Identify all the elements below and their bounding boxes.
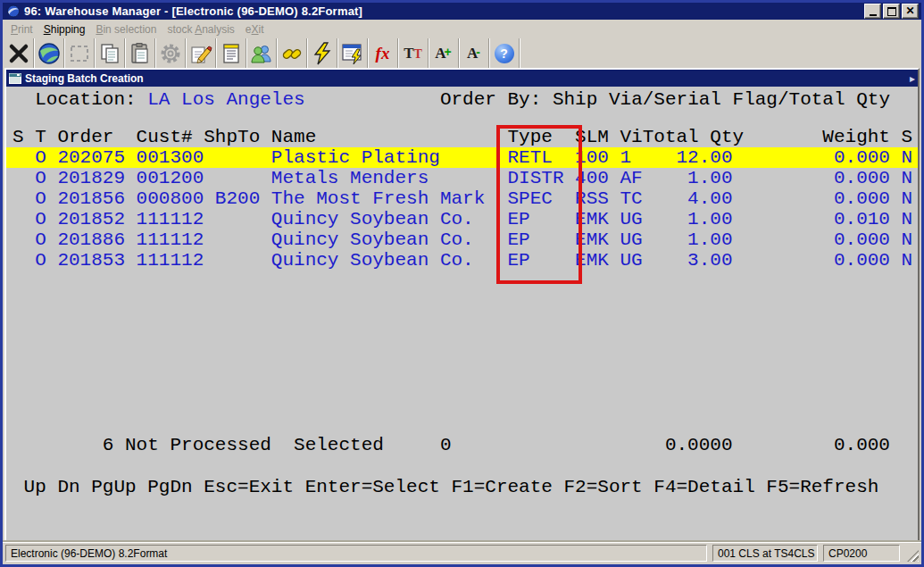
copy-icon (98, 42, 121, 65)
pencil-icon (189, 42, 212, 65)
app-window: 96: Warehouse Manager - [Electronic (96-… (0, 0, 924, 567)
child-title-bar: Staging Batch Creation ▸ (6, 70, 918, 87)
table-row[interactable]: O 201852 111112 Quincy Soybean Co. EP EM… (6, 209, 918, 229)
text-format-icon: TT (404, 45, 422, 63)
menu-item-stock-analysis[interactable]: stock Analysis (162, 21, 239, 38)
table-header: S T Order Cust# ShpTo Name Type SLM ViTo… (6, 127, 918, 147)
child-window-icon (9, 73, 21, 84)
child-window-title: Staging Batch Creation (25, 72, 910, 85)
globe-icon (37, 42, 61, 65)
order-by-label: Order By: Ship Via/Serial Flag/Total Qty (305, 89, 890, 110)
menu-item-bin-selection[interactable]: Bin selection (90, 21, 162, 38)
status-code: CP0200 (823, 545, 900, 562)
menu-bar: Print Shipping Bin selection stock Analy… (3, 20, 921, 38)
mdi-client-area: Staging Batch Creation ▸ Location: LA Lo… (3, 68, 921, 542)
toolbar-font-increase-button[interactable]: A+ (429, 38, 459, 68)
fx-icon: fx (376, 44, 390, 63)
toolbar-notes-button[interactable] (216, 38, 246, 68)
font-decrease-icon: A- (467, 45, 480, 63)
lightning-icon (311, 42, 334, 65)
table-row[interactable]: O 201886 111112 Quincy Soybean Co. EP EM… (6, 229, 918, 250)
toolbar-selection-button[interactable] (64, 38, 95, 68)
toolbar-functions-button[interactable]: fx (368, 38, 398, 68)
toolbar-web-button[interactable] (34, 38, 64, 68)
toolbar: fx TT A+ A- ? (3, 38, 921, 68)
gear-icon (159, 42, 182, 65)
font-increase-icon: A+ (435, 45, 451, 63)
toolbar-link-button[interactable] (277, 38, 307, 68)
location-value: LA Los Angeles (147, 89, 304, 110)
link-icon (280, 42, 304, 65)
exit-icon (8, 43, 29, 64)
minimize-icon (870, 14, 877, 16)
toolbar-window-execute-button[interactable] (337, 38, 368, 68)
toolbar-font-decrease-button[interactable]: A- (459, 38, 489, 68)
restore-icon (887, 7, 896, 16)
toolbar-execute-button[interactable] (307, 38, 337, 68)
menu-item-exit[interactable]: eXit (240, 21, 270, 38)
status-context: Electronic (96-DEMO) 8.2Format (5, 545, 707, 562)
table-row-selected[interactable]: O 202075 001300 Plastic Plating RETL 100… (6, 147, 918, 168)
status-session: 001 CLS at TS4CLS (712, 545, 818, 562)
window-title: 96: Warehouse Manager - [Electronic (96-… (24, 4, 864, 18)
status-bar: Electronic (96-DEMO) 8.2Format 001 CLS a… (3, 542, 921, 564)
location-line: Location: LA Los Angeles Order By: Ship … (6, 89, 918, 110)
notes-icon (220, 42, 243, 65)
table-row[interactable]: O 201853 111112 Quincy Soybean Co. EP EM… (6, 250, 918, 271)
order-table: S T Order Cust# ShpTo Name Type SLM ViTo… (6, 127, 918, 271)
toolbar-settings-button[interactable] (155, 38, 186, 68)
users-icon (250, 42, 273, 65)
restore-button[interactable] (883, 4, 900, 19)
staging-batch-screen: Location: LA Los Angeles Order By: Ship … (6, 87, 918, 540)
table-row[interactable]: O 201856 000800 B200 The Most Fresh Mark… (6, 188, 918, 209)
function-key-hints: Up Dn PgUp PgDn Esc=Exit Enter=Select F1… (6, 477, 918, 497)
toolbar-copy-button[interactable] (95, 38, 125, 68)
location-label: Location: (12, 89, 147, 110)
table-row[interactable]: O 201829 001200 Metals Menders DISTR 400… (6, 168, 918, 188)
window-lightning-icon (341, 42, 364, 65)
toolbar-edit-button[interactable] (186, 38, 216, 68)
minimize-button[interactable] (864, 4, 881, 19)
toolbar-text-format-button[interactable]: TT (398, 38, 429, 68)
toolbar-help-button[interactable]: ? (489, 38, 520, 68)
close-icon: ✕ (905, 5, 914, 16)
toolbar-exit-button[interactable] (4, 38, 34, 68)
scroll-right-icon[interactable]: ▸ (910, 72, 915, 85)
close-button[interactable]: ✕ (902, 4, 919, 19)
toolbar-users-button[interactable] (246, 38, 277, 68)
help-icon: ? (495, 44, 514, 63)
menu-item-print[interactable]: Print (5, 21, 38, 38)
menu-item-shipping[interactable]: Shipping (38, 21, 91, 38)
app-icon (6, 4, 21, 18)
staging-batch-window: Staging Batch Creation ▸ Location: LA Lo… (4, 68, 920, 542)
selection-box-icon (69, 43, 90, 64)
summary-line: 6 Not Processed Selected 0 0.0000 0.000 (6, 435, 918, 455)
title-bar: 96: Warehouse Manager - [Electronic (96-… (3, 3, 921, 20)
resize-grip[interactable] (907, 550, 919, 562)
toolbar-paste-button[interactable] (125, 38, 155, 68)
paste-icon (129, 42, 152, 65)
